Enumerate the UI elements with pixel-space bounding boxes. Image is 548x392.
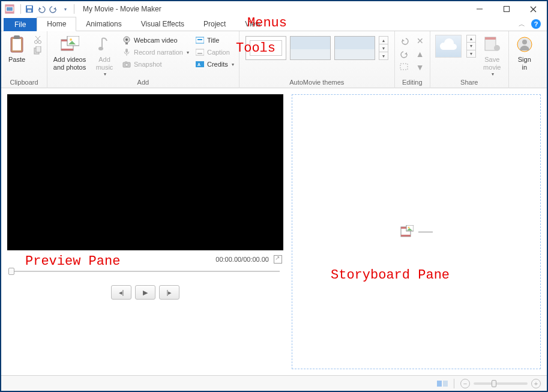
preview-pane: 00:00.00/00:00.00 Preview Pane ◂| ▶ |▸ [7, 94, 283, 369]
paste-button[interactable]: Paste [5, 34, 29, 65]
close-button[interactable] [520, 1, 547, 17]
zoom-slider[interactable] [474, 382, 528, 385]
svg-point-24 [70, 38, 72, 41]
group-label: Add [137, 79, 149, 87]
svg-rect-29 [125, 49, 128, 53]
theme-thumb-2[interactable] [290, 36, 331, 60]
separator [74, 4, 74, 14]
svg-point-43 [494, 45, 500, 51]
tab-home[interactable]: Home [37, 17, 76, 31]
zoom-control: − + [460, 379, 541, 388]
undo-icon[interactable] [35, 3, 47, 15]
tab-view[interactable]: View [235, 17, 270, 31]
svg-line-16 [36, 36, 40, 41]
video-preview[interactable] [7, 94, 283, 250]
music-note-icon [95, 35, 114, 54]
svg-point-25 [98, 47, 103, 50]
share-cloud-button[interactable] [434, 34, 463, 61]
credits-button[interactable]: ACredits▾ [194, 59, 235, 70]
fullscreen-icon[interactable] [274, 255, 282, 264]
preview-slider[interactable] [7, 266, 283, 277]
svg-rect-48 [401, 235, 411, 237]
select-all-icon[interactable] [399, 62, 411, 72]
annotation-storyboard: Storyboard Pane [331, 268, 450, 283]
group-label: Editing [402, 79, 423, 87]
maximize-button[interactable] [493, 1, 520, 17]
prev-frame-button[interactable]: ◂| [111, 285, 131, 300]
webcam-video-button[interactable]: Webcam video [121, 35, 190, 46]
camera-icon [122, 59, 131, 69]
timecode: 00:00.00/00:00.00 [215, 256, 269, 263]
rotate-right-icon[interactable] [399, 49, 411, 59]
ribbon: Tools Paste Clipboard Add videos and [1, 31, 547, 88]
delete-icon[interactable]: ✕ [414, 36, 426, 46]
rotate-left-icon[interactable] [399, 36, 411, 46]
group-label: AutoMovie themes [289, 79, 344, 87]
svg-rect-6 [28, 10, 31, 12]
move-up-icon[interactable]: ▲ [414, 49, 426, 59]
add-music-button[interactable]: Add music▾ [92, 34, 117, 79]
tab-visual-effects[interactable]: Visual Effects [131, 17, 194, 31]
record-narration-button[interactable]: Record narration▾ [121, 47, 190, 58]
svg-point-32 [125, 64, 128, 67]
svg-rect-33 [125, 61, 127, 62]
svg-rect-19 [36, 46, 41, 52]
snapshot-button[interactable]: Snapshot [121, 59, 190, 70]
svg-point-27 [125, 38, 128, 41]
theme-thumb-1[interactable] [245, 36, 286, 60]
slider-thumb[interactable] [8, 268, 14, 275]
svg-rect-3 [7, 7, 13, 11]
tab-file[interactable]: File [4, 18, 37, 31]
caption-button[interactable]: Caption [194, 47, 235, 58]
menu-bar: File Home Animations Visual Effects Proj… [1, 17, 547, 31]
help-icon[interactable]: ? [531, 19, 541, 29]
group-share: ▴▾▾ Save movie▾ Share [430, 31, 509, 88]
save-icon[interactable] [23, 3, 35, 15]
group-label [523, 79, 525, 87]
qat-dropdown-icon[interactable]: ▾ [59, 3, 71, 15]
clipboard-icon [7, 35, 26, 54]
view-mode-icon[interactable] [437, 379, 448, 388]
svg-rect-28 [125, 43, 128, 44]
svg-rect-13 [14, 35, 20, 39]
svg-rect-1 [5, 5, 14, 7]
svg-text:A: A [197, 62, 200, 67]
title-button[interactable]: Title [194, 35, 235, 46]
caption-icon [195, 47, 205, 57]
theme-gallery-scroll[interactable]: ▴▾▾ [379, 36, 388, 60]
window-title: My Movie - Movie Maker [83, 5, 161, 13]
share-gallery-scroll[interactable]: ▴▾▾ [466, 35, 476, 58]
svg-rect-22 [61, 49, 73, 50]
webcam-icon [122, 35, 131, 45]
svg-rect-51 [437, 381, 442, 387]
move-down-icon[interactable]: ▼ [414, 62, 426, 72]
title-icon [195, 35, 205, 45]
zoom-thumb[interactable] [492, 380, 496, 387]
user-icon [515, 35, 534, 54]
svg-point-14 [35, 41, 38, 44]
storyboard-pane[interactable]: Storyboard Pane [292, 94, 541, 369]
zoom-out-button[interactable]: − [460, 379, 470, 388]
content-area: 00:00.00/00:00.00 Preview Pane ◂| ▶ |▸ S… [1, 88, 547, 375]
play-button[interactable]: ▶ [135, 285, 155, 300]
next-frame-button[interactable]: |▸ [159, 285, 179, 300]
tab-animations[interactable]: Animations [76, 17, 131, 31]
svg-rect-5 [27, 6, 32, 8]
redo-icon[interactable] [47, 3, 59, 15]
titlebar: ▾ My Movie - Movie Maker [1, 1, 547, 17]
add-videos-photos-button[interactable]: Add videos and photos [51, 34, 88, 73]
sign-in-button[interactable]: Sign in [513, 34, 537, 73]
copy-icon[interactable] [32, 46, 43, 55]
group-label: Share [460, 79, 478, 87]
theme-thumb-3[interactable] [334, 36, 375, 60]
cut-icon[interactable] [32, 35, 43, 44]
window-controls [466, 1, 547, 17]
zoom-in-button[interactable]: + [531, 379, 541, 388]
ribbon-collapse-icon[interactable]: ︿ [519, 20, 525, 29]
tab-project[interactable]: Project [194, 17, 235, 31]
credits-icon: A [195, 59, 205, 69]
save-movie-button[interactable]: Save movie▾ [480, 34, 505, 79]
minimize-button[interactable] [466, 1, 493, 17]
svg-rect-52 [443, 381, 448, 387]
svg-point-45 [522, 40, 527, 44]
